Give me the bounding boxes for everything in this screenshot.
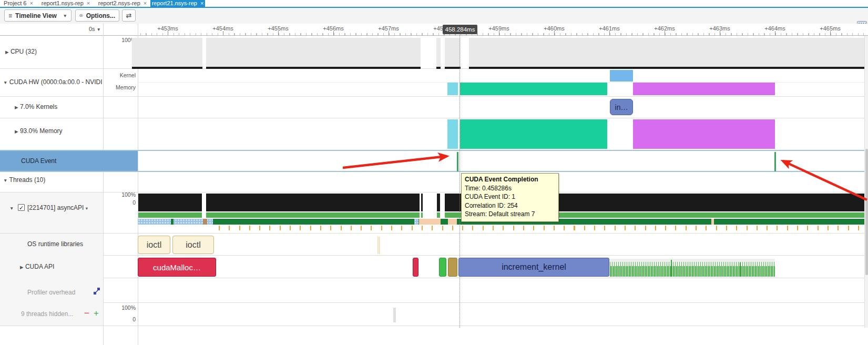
row-profiler-overhead[interactable]: Profiler overhead	[27, 289, 75, 296]
options-label: Options...	[86, 12, 115, 19]
cpu-usage-segment[interactable]	[436, 38, 441, 69]
thread-cpu-segment[interactable]	[206, 194, 420, 211]
cuda-api-bar-green[interactable]	[439, 258, 446, 277]
row-memory[interactable]: ▶ 93.0% Memory	[15, 127, 63, 135]
os-runtime-bar-ioctl[interactable]: ioctl	[172, 236, 214, 254]
thread-cpu-segment[interactable]	[421, 194, 423, 211]
chevron-down-icon: ▼	[63, 13, 67, 18]
row-divider	[0, 96, 868, 97]
async-thread-label-bg	[0, 192, 103, 233]
cuda-api-bar-increment-kernel[interactable]: increment_kernel	[458, 258, 609, 277]
row-divider	[0, 118, 868, 118]
vertical-scrollbar[interactable]	[864, 36, 868, 328]
close-icon[interactable]: ×	[200, 0, 203, 6]
caret-right-icon[interactable]: ▶	[15, 129, 18, 134]
row-cuda-hw[interactable]: ▼ CUDA HW (0000:0a:00.0 - NVIDIA	[3, 78, 102, 86]
caret-down-icon[interactable]: ▼	[3, 80, 7, 85]
memory-bar-cyan[interactable]	[447, 119, 458, 149]
row-threads[interactable]: ▼ Threads (10)	[3, 176, 45, 184]
caret-down-icon[interactable]: ▼	[9, 206, 14, 211]
thread-cpu-segment[interactable]	[138, 194, 202, 211]
caret-right-icon[interactable]: ▶	[20, 265, 24, 270]
cpu-usage-segment[interactable]	[206, 38, 421, 69]
panel-divider[interactable]	[103, 24, 104, 345]
ruler-tick-label: +460ms	[544, 25, 564, 32]
thread-state-io-mark	[203, 219, 207, 225]
tooltip-line: Correlation ID: 254	[465, 201, 555, 210]
options-button[interactable]: Options...	[75, 9, 119, 22]
hidden-scale-bottom: 0	[104, 316, 136, 322]
os-runtime-bar-ioctl[interactable]: ioctl	[138, 236, 170, 254]
tooltip-line: CUDA Event ID: 1	[465, 192, 555, 201]
thread-state-green-segment	[437, 212, 440, 218]
row-cpu[interactable]: ▶ CPU (32)	[5, 48, 37, 55]
ruler-tick-label: +461ms	[599, 25, 619, 32]
scrollbar-thumb[interactable]	[865, 149, 868, 275]
time-marker-label: 458.284ms	[443, 25, 477, 34]
cuda-hw-memory-bar-cyan[interactable]	[447, 83, 458, 95]
cpu-usage-segment[interactable]	[469, 38, 868, 69]
nsight-systems-window: Project 6 × report1.nsys-rep × report2.n…	[0, 0, 868, 345]
row-divider	[0, 233, 868, 234]
thread-state-blocked-segment[interactable]	[138, 219, 213, 225]
async-thread-label[interactable]: [2214701] asyncAPI ▾	[27, 204, 88, 211]
tab-report1[interactable]: report1.nsys-rep ×	[38, 0, 94, 7]
os-runtime-thin-bar[interactable]	[377, 237, 380, 254]
panel-timeline-divider[interactable]	[138, 24, 138, 345]
cuda-event-marker[interactable]	[457, 152, 458, 171]
hide-thread-button[interactable]: −	[84, 308, 89, 319]
cuda-api-bar-tan[interactable]	[448, 258, 457, 277]
memory-bar-magenta[interactable]	[633, 119, 775, 149]
row-divider	[0, 255, 868, 256]
thread-visibility-checkbox[interactable]: ✓	[18, 204, 25, 211]
check-icon: ✓	[19, 205, 24, 211]
tab-report21-active[interactable]: report21.nsys-rep ×	[150, 0, 205, 7]
cpu-scale-top: 100%	[104, 37, 136, 43]
cpu-usage-segment[interactable]	[445, 38, 461, 69]
caret-right-icon[interactable]: ▶	[15, 105, 18, 110]
chevron-down-icon[interactable]: ▾	[86, 206, 88, 211]
cuda-hw-kernel-bar[interactable]	[610, 70, 633, 82]
arrow-to-first-event	[343, 156, 447, 168]
cuda-hw-memory-label: Memory	[104, 84, 136, 90]
cuda-api-bar-cudamalloc[interactable]: cudaMalloc…	[138, 258, 216, 277]
close-icon[interactable]: ×	[144, 0, 147, 6]
tooltip-line: Time: 0.458286s	[465, 184, 555, 193]
tooltip-line: Stream: Default stream 7	[465, 210, 555, 219]
thread-state-green-segment	[206, 212, 420, 218]
ruler-tick-label: +464ms	[764, 25, 785, 32]
close-icon[interactable]: ×	[29, 0, 33, 6]
show-thread-button[interactable]: +	[94, 308, 99, 319]
cuda-hw-memory-bar-magenta[interactable]	[633, 83, 775, 95]
row-async-thread[interactable]: ▼	[9, 204, 14, 211]
profiler-expand-icon[interactable]	[94, 288, 100, 295]
timeline-ruler[interactable]: 0s ▼ +453ms +454ms +455ms +456ms +457ms …	[0, 24, 868, 36]
tab-label: Project 6	[4, 0, 26, 6]
close-icon[interactable]: ×	[87, 0, 90, 6]
caret-right-icon[interactable]: ▶	[5, 49, 9, 55]
row-kernels[interactable]: ▶ 7.0% Kernels	[15, 103, 57, 110]
view-selector-dropdown[interactable]: ≡ Timeline View ▼	[4, 9, 72, 22]
row-os-runtime[interactable]: OS runtime libraries	[27, 240, 83, 248]
kernel-increment-bar[interactable]: in…	[610, 99, 633, 115]
cpu-usage-segment[interactable]	[132, 38, 202, 69]
ruler-tick-label: +453ms	[157, 25, 178, 32]
cuda-event-row-top-border	[0, 150, 868, 151]
memory-bar-teal[interactable]	[460, 119, 607, 149]
menu-icon: ≡	[8, 12, 12, 19]
ruler-tick-label: +455ms	[268, 25, 288, 32]
cuda-hw-memory-bar-teal[interactable]	[460, 83, 607, 95]
tab-report2[interactable]: report2.nsys-rep ×	[95, 0, 150, 7]
tab-project6[interactable]: Project 6 ×	[1, 0, 36, 7]
ruler-zero-label[interactable]: 0s ▼	[63, 26, 101, 32]
row-cuda-api[interactable]: ▶ CUDA API	[20, 263, 54, 270]
swap-rows-button[interactable]: ⇄	[122, 9, 136, 22]
caret-down-icon[interactable]: ▼	[3, 178, 7, 183]
cuda-api-spike	[671, 260, 672, 277]
tooltip-title: CUDA Event Completion	[465, 175, 555, 184]
thread-cpu-segment[interactable]	[437, 194, 440, 211]
cuda-api-bar-red[interactable]	[413, 258, 418, 277]
ruler-tick-label: +459ms	[488, 25, 509, 32]
cuda-event-marker[interactable]	[774, 152, 776, 171]
hidden-threads-activity-sliver	[393, 308, 396, 322]
